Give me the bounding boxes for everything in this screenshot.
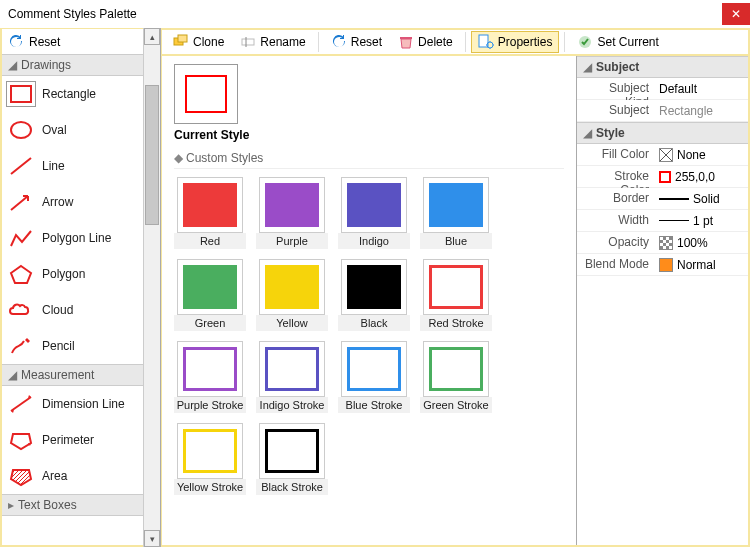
arrow-icon: [6, 189, 36, 215]
style-indigo-stroke[interactable]: Indigo Stroke: [256, 341, 328, 413]
sidebar-scrollbar[interactable]: ▴ ▾: [143, 28, 160, 547]
sidebar-group-text-boxes[interactable]: ▸Text Boxes: [2, 494, 143, 516]
set-current-button[interactable]: Set Current: [570, 31, 665, 53]
toolbar-separator: [465, 32, 466, 52]
sidebar-item-polygon-line[interactable]: Polygon Line: [2, 220, 143, 256]
width-value[interactable]: 1 pt: [655, 210, 748, 231]
current-style-thumb[interactable]: [174, 64, 238, 124]
style-label: Green: [174, 315, 246, 331]
sidebar-item-label: Oval: [42, 123, 67, 137]
group-style[interactable]: ◢Style: [577, 122, 748, 144]
sidebar-item-rectangle[interactable]: Rectangle: [2, 76, 143, 112]
clone-icon: [173, 34, 189, 50]
sidebar-item-label: Rectangle: [42, 87, 96, 101]
blend-mode-value[interactable]: Normal: [655, 254, 748, 275]
rectangle-icon: [429, 183, 483, 227]
sidebar-item-line[interactable]: Line: [2, 148, 143, 184]
sidebar-item-area[interactable]: Area: [2, 458, 143, 494]
sidebar-item-oval[interactable]: Oval: [2, 112, 143, 148]
style-thumb: [341, 259, 407, 315]
style-yellow[interactable]: Yellow: [256, 259, 328, 331]
custom-styles-header[interactable]: ◆Custom Styles: [174, 148, 564, 169]
style-red-stroke[interactable]: Red Stroke: [420, 259, 492, 331]
sidebar-item-cloud[interactable]: Cloud: [2, 292, 143, 328]
style-blue-stroke[interactable]: Blue Stroke: [338, 341, 410, 413]
subject-value[interactable]: Rectangle: [655, 100, 748, 121]
style-purple[interactable]: Purple: [256, 177, 328, 249]
stroke-color-value[interactable]: 255,0,0: [655, 166, 748, 187]
sidebar-group-drawings[interactable]: ◢Drawings: [2, 55, 143, 76]
style-thumb: [423, 259, 489, 315]
sidebar-item-label: Area: [42, 469, 67, 483]
scroll-thumb[interactable]: [145, 85, 159, 225]
current-style-label: Current Style: [174, 128, 564, 142]
svg-rect-12: [400, 37, 412, 39]
rect-icon: [6, 81, 36, 107]
sidebar-item-perimeter[interactable]: Perimeter: [2, 422, 143, 458]
none-swatch-icon: [659, 148, 673, 162]
sidebar-item-pencil[interactable]: Pencil: [2, 328, 143, 364]
border-value[interactable]: Solid: [655, 188, 748, 209]
delete-button[interactable]: Delete: [391, 31, 460, 53]
sidebar-group-measurement[interactable]: ◢Measurement: [2, 364, 143, 386]
line-icon: [6, 153, 36, 179]
rectangle-icon: [183, 183, 237, 227]
sidebar-item-arrow[interactable]: Arrow: [2, 184, 143, 220]
sidebar-item-polygon[interactable]: Polygon: [2, 256, 143, 292]
style-label: Black Stroke: [256, 479, 328, 495]
rectangle-icon: [183, 429, 237, 473]
svg-point-1: [11, 122, 31, 138]
opacity-value[interactable]: 100%: [655, 232, 748, 253]
perimeter-icon: [6, 427, 36, 453]
style-purple-stroke[interactable]: Purple Stroke: [174, 341, 246, 413]
svg-marker-7: [11, 470, 31, 485]
style-black[interactable]: Black: [338, 259, 410, 331]
close-button[interactable]: ✕: [722, 3, 750, 25]
svg-marker-6: [11, 434, 31, 449]
rectangle-icon: [185, 75, 227, 113]
style-indigo[interactable]: Indigo: [338, 177, 410, 249]
rename-button[interactable]: Rename: [233, 31, 312, 53]
polyline-icon: [6, 225, 36, 251]
properties-panel: ◢Subject Subject KindDefault SubjectRect…: [576, 56, 748, 545]
reset-button[interactable]: Reset: [324, 31, 389, 53]
fill-color-value[interactable]: None: [655, 144, 748, 165]
rectangle-icon: [347, 183, 401, 227]
style-thumb: [423, 341, 489, 397]
sidebar-item-label: Line: [42, 159, 65, 173]
chevron-down-icon: ◢: [8, 368, 17, 382]
border-line-icon: [659, 198, 689, 200]
style-green-stroke[interactable]: Green Stroke: [420, 341, 492, 413]
scroll-up-icon[interactable]: ▴: [144, 28, 160, 45]
scroll-down-icon[interactable]: ▾: [144, 530, 160, 547]
clone-button[interactable]: Clone: [166, 31, 231, 53]
cloud-icon: [6, 297, 36, 323]
sidebar-reset-button[interactable]: Reset: [28, 31, 61, 53]
subject-kind-value[interactable]: Default: [655, 78, 748, 99]
dimension-icon: [6, 391, 36, 417]
opacity-swatch-icon: [659, 236, 673, 250]
delete-icon: [398, 34, 414, 50]
style-label: Indigo: [338, 233, 410, 249]
style-black-stroke[interactable]: Black Stroke: [256, 423, 328, 495]
sidebar-item-label: Dimension Line: [42, 397, 125, 411]
style-label: Black: [338, 315, 410, 331]
style-green[interactable]: Green: [174, 259, 246, 331]
style-thumb: [259, 177, 325, 233]
properties-button[interactable]: Properties: [471, 31, 560, 53]
style-red[interactable]: Red: [174, 177, 246, 249]
style-thumb: [259, 423, 325, 479]
style-label: Blue Stroke: [338, 397, 410, 413]
style-yellow-stroke[interactable]: Yellow Stroke: [174, 423, 246, 495]
style-thumb: [177, 341, 243, 397]
svg-line-3: [11, 196, 28, 210]
group-subject[interactable]: ◢Subject: [577, 56, 748, 78]
toolbar-separator: [564, 32, 565, 52]
title-bar: Comment Styles Palette ✕: [0, 0, 750, 28]
style-blue[interactable]: Blue: [420, 177, 492, 249]
sidebar-reset-label: Reset: [29, 35, 60, 49]
sidebar-item-dimension-line[interactable]: Dimension Line: [2, 386, 143, 422]
toolbar: Clone Rename Reset Delete: [161, 28, 750, 56]
oval-icon: [6, 117, 36, 143]
rectangle-icon: [183, 347, 237, 391]
